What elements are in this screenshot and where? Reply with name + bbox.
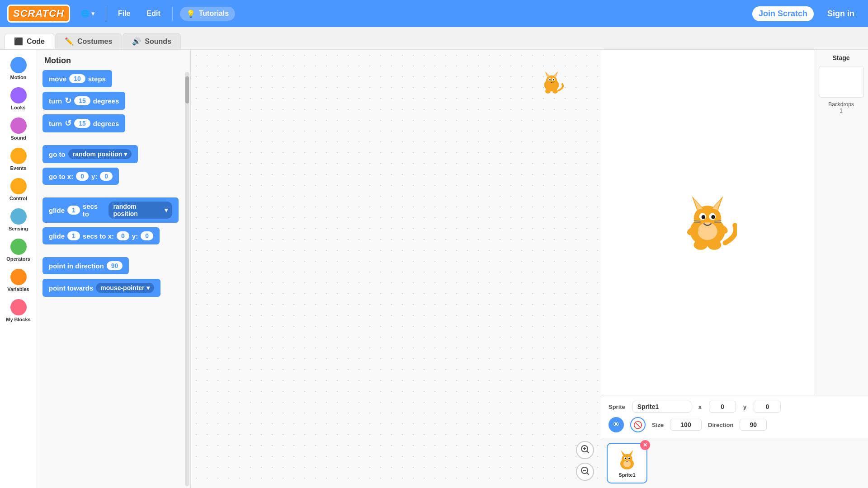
glide1-dropdown-arrow: ▾ <box>165 206 168 214</box>
main-area: ⬛ Code ✏️ Costumes 🔊 Sounds <box>0 27 868 488</box>
tab-costumes[interactable]: ✏️ Costumes <box>55 33 122 49</box>
category-myblocks[interactable]: My Blocks <box>2 296 35 325</box>
sprite1-name-label: Sprite1 <box>618 472 635 478</box>
move-steps-input[interactable]: 10 <box>69 74 85 83</box>
sprite-name-input[interactable] <box>632 401 691 413</box>
looks-dot <box>10 87 27 103</box>
block-turn-cw[interactable]: turn ↻ 15 degrees <box>42 92 125 110</box>
block-goto[interactable]: go to random position ▾ <box>42 145 138 163</box>
stage-sidebar: Stage Backdrops 1 <box>814 50 868 395</box>
svg-point-17 <box>553 79 554 80</box>
sprite-close-button[interactable]: ✕ <box>640 440 650 450</box>
point-dir-input[interactable]: 90 <box>107 261 123 270</box>
svg-point-53 <box>625 458 626 459</box>
stage-area <box>601 50 814 395</box>
tab-bar: ⬛ Code ✏️ Costumes 🔊 Sounds <box>0 27 868 50</box>
block-turn-ccw[interactable]: turn ↺ 15 degrees <box>42 114 125 132</box>
turn-ccw-icon: ↺ <box>65 118 71 128</box>
glide1-dropdown[interactable]: random position ▾ <box>108 202 172 219</box>
svg-line-23 <box>587 451 589 453</box>
turn-cw-icon: ↻ <box>65 96 71 106</box>
glide1-secs-input[interactable]: 1 <box>67 206 80 215</box>
category-sensing[interactable]: Sensing <box>2 206 35 234</box>
variables-dot <box>10 269 27 285</box>
code-tab-icon: ⬛ <box>14 37 23 46</box>
category-variables[interactable]: Variables <box>2 266 35 295</box>
code-canvas[interactable] <box>191 50 601 488</box>
file-menu-button[interactable]: File <box>113 7 135 20</box>
zoom-out-icon <box>580 466 590 478</box>
categories-panel: Motion Looks Sound Events Control Sensin… <box>0 50 37 488</box>
language-button[interactable]: 🌐 ▾ <box>77 8 99 19</box>
block-gotoxy[interactable]: go to x: 0 y: 0 <box>42 168 119 185</box>
zoom-in-button[interactable] <box>576 441 594 459</box>
motion-dot <box>10 57 27 73</box>
sprite-thumb-sprite1[interactable]: ✕ Sprite1 <box>607 443 647 483</box>
point-towards-dropdown[interactable]: mouse-pointer ▾ <box>96 283 154 293</box>
zoom-out-button[interactable] <box>576 463 594 481</box>
block-glide2[interactable]: glide 1 secs to x: 0 y: 0 <box>42 227 160 244</box>
sprite-row1: Sprite x y <box>609 401 861 413</box>
category-operators[interactable]: Operators <box>2 236 35 264</box>
svg-point-37 <box>711 215 715 219</box>
category-sound[interactable]: Sound <box>2 115 35 143</box>
category-looks[interactable]: Looks <box>2 84 35 113</box>
content-area: Motion Looks Sound Events Control Sensin… <box>0 50 868 488</box>
svg-marker-48 <box>621 450 625 455</box>
block-glide1[interactable]: glide 1 secs to random position ▾ <box>42 197 179 223</box>
category-motion[interactable]: Motion <box>2 54 35 83</box>
header-divider <box>106 7 106 20</box>
gotoxy-y-input[interactable]: 0 <box>100 172 113 181</box>
sprite-y-input[interactable] <box>754 401 781 413</box>
zoom-in-icon <box>580 445 590 456</box>
blocks-scrollbar[interactable] <box>185 72 189 486</box>
category-control[interactable]: Control <box>2 175 35 204</box>
scrollbar-thumb[interactable] <box>185 76 189 103</box>
events-dot <box>10 148 27 164</box>
gotoxy-x-input[interactable]: 0 <box>76 172 89 181</box>
blocks-list: move 10 steps turn ↻ 15 degrees turn <box>37 70 184 488</box>
goto-dropdown[interactable]: random position ▾ <box>68 149 132 159</box>
sprite-y-label: y <box>743 404 746 410</box>
sprite-name-label: Sprite <box>609 404 625 410</box>
backdrops-label: Backdrops 1 <box>828 101 854 114</box>
eye-icon: 👁 <box>613 421 620 429</box>
sprite-x-input[interactable] <box>709 401 736 413</box>
sprite-info-panel: Sprite x y 👁 🚫 Size Directio <box>601 395 868 438</box>
goto-dropdown-arrow: ▾ <box>124 150 127 158</box>
join-scratch-button[interactable]: Join Scratch <box>752 6 814 21</box>
svg-point-36 <box>702 215 706 219</box>
block-move[interactable]: move 10 steps <box>42 70 112 87</box>
block-point-dir[interactable]: point in direction 90 <box>42 257 129 274</box>
sign-in-button[interactable]: Sign in <box>821 6 861 21</box>
scratch-logo[interactable]: SCRATCH <box>7 5 70 23</box>
hide-sprite-button[interactable]: 🚫 <box>630 417 646 432</box>
turn-ccw-input[interactable]: 15 <box>74 119 90 128</box>
sprite-row2: 👁 🚫 Size Direction <box>609 417 861 432</box>
svg-point-19 <box>552 89 558 94</box>
globe-icon: 🌐 <box>81 9 90 18</box>
svg-point-18 <box>545 89 551 94</box>
tab-sounds[interactable]: 🔊 Sounds <box>123 33 181 49</box>
category-events[interactable]: Events <box>2 145 35 174</box>
costumes-tab-icon: ✏️ <box>65 37 74 46</box>
edit-menu-button[interactable]: Edit <box>142 7 165 20</box>
stage-sprite <box>678 192 737 253</box>
glide2-y-input[interactable]: 0 <box>141 231 153 240</box>
svg-marker-49 <box>629 450 633 455</box>
block-point-towards[interactable]: point towards mouse-pointer ▾ <box>42 279 160 297</box>
sound-dot <box>10 117 27 134</box>
show-sprite-button[interactable]: 👁 <box>609 417 624 432</box>
size-input[interactable] <box>670 419 702 431</box>
chevron-down-icon: ▾ <box>91 9 95 18</box>
sprite-x-label: x <box>698 404 702 410</box>
direction-label: Direction <box>708 422 733 428</box>
tab-code[interactable]: ⬛ Code <box>5 33 54 49</box>
turn-cw-input[interactable]: 15 <box>74 96 90 105</box>
glide2-x-input[interactable]: 0 <box>117 231 129 240</box>
towards-dropdown-arrow: ▾ <box>146 284 150 291</box>
tutorials-button[interactable]: 💡 Tutorials <box>180 7 235 21</box>
glide2-secs-input[interactable]: 1 <box>67 231 80 240</box>
direction-input[interactable] <box>740 419 767 431</box>
stage-thumbnail[interactable] <box>819 66 864 98</box>
